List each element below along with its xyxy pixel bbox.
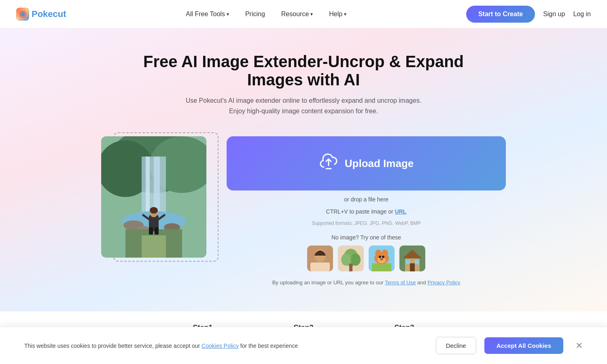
hero-subtitle: Use Pokecut's AI image extender online t…: [186, 95, 422, 116]
terms-of-use-link[interactable]: Terms of Use: [385, 279, 416, 286]
chevron-down-icon-resource: ▾: [310, 11, 313, 17]
nav-actions: Start to Create Sign up Log in: [466, 6, 591, 23]
chevron-down-icon-help: ▾: [344, 11, 346, 17]
nav-all-free-tools[interactable]: All Free Tools ▾: [186, 11, 229, 18]
svg-point-35: [379, 256, 381, 258]
upload-btn-label: Upload Image: [345, 157, 414, 170]
upload-panel: Upload Image or drop a file here CTRL+V …: [227, 136, 506, 287]
no-image-label: No image? Try one of these: [227, 234, 506, 241]
nav-help[interactable]: Help ▾: [329, 11, 346, 18]
upload-hint: or drop a file here: [227, 196, 506, 203]
svg-rect-20: [155, 227, 159, 235]
url-link[interactable]: URL: [395, 208, 407, 215]
svg-rect-7: [154, 157, 160, 213]
svg-rect-30: [372, 263, 391, 271]
chevron-down-icon: ▾: [227, 11, 229, 17]
svg-point-36: [382, 256, 384, 258]
navbar: Pokecut All Free Tools ▾ Pricing Resourc…: [0, 0, 607, 28]
privacy-policy-link[interactable]: Privacy Policy: [427, 279, 460, 286]
sample-images-section: No image? Try one of these: [227, 234, 506, 271]
login-button[interactable]: Log in: [573, 11, 591, 18]
cloud-upload-icon: [319, 152, 338, 174]
logo-text: Pokecut: [32, 9, 66, 19]
svg-rect-6: [146, 157, 150, 213]
svg-rect-42: [406, 260, 410, 264]
sample-thumb-4[interactable]: [399, 245, 425, 271]
svg-point-37: [380, 258, 383, 260]
sample-thumb-3[interactable]: [369, 245, 395, 271]
svg-point-16: [150, 207, 158, 214]
paste-hint: CTRL+V to paste image or URL: [227, 208, 506, 215]
cookie-banner: This website uses cookies to provide bet…: [0, 327, 607, 364]
sample-thumbnails: [227, 245, 506, 271]
svg-rect-13: [142, 235, 166, 258]
upload-image-button[interactable]: Upload Image: [227, 136, 506, 190]
signup-button[interactable]: Sign up: [543, 11, 565, 18]
preview-wrapper: [101, 136, 214, 258]
preview-image: [101, 136, 206, 258]
hero-section: Free AI Image Extender-Uncrop & Expand I…: [0, 28, 607, 311]
upload-container: Upload Image or drop a file here CTRL+V …: [101, 136, 506, 287]
svg-rect-23: [310, 262, 330, 271]
logo[interactable]: Pokecut: [16, 8, 66, 21]
logo-icon: [16, 8, 29, 21]
decline-button[interactable]: Decline: [436, 337, 476, 354]
svg-rect-43: [415, 260, 419, 264]
supported-formats: Supported formats: JPEG, JPG, PNG, WebP,…: [227, 220, 506, 226]
close-icon: ✕: [575, 341, 583, 351]
svg-rect-19: [149, 227, 153, 235]
svg-rect-41: [410, 263, 415, 271]
sample-thumb-2[interactable]: [338, 245, 364, 271]
svg-rect-28: [349, 264, 352, 271]
cookie-message: This website uses cookies to provide bet…: [24, 343, 428, 349]
page-title: Free AI Image Extender-Uncrop & Expand I…: [121, 53, 486, 89]
accept-all-cookies-button[interactable]: Accept All Cookies: [484, 337, 563, 354]
close-cookie-banner-button[interactable]: ✕: [575, 341, 583, 351]
nav-pricing[interactable]: Pricing: [245, 11, 265, 18]
sample-thumb-1[interactable]: [307, 245, 333, 271]
terms-text: By uploading an image or URL you agree t…: [227, 279, 506, 287]
nav-resource[interactable]: Resource ▾: [281, 11, 313, 18]
cookies-policy-link[interactable]: Cookies Policy: [202, 343, 239, 349]
nav-links: All Free Tools ▾ Pricing Resource ▾ Help…: [66, 11, 466, 18]
start-to-create-button[interactable]: Start to Create: [466, 6, 535, 23]
